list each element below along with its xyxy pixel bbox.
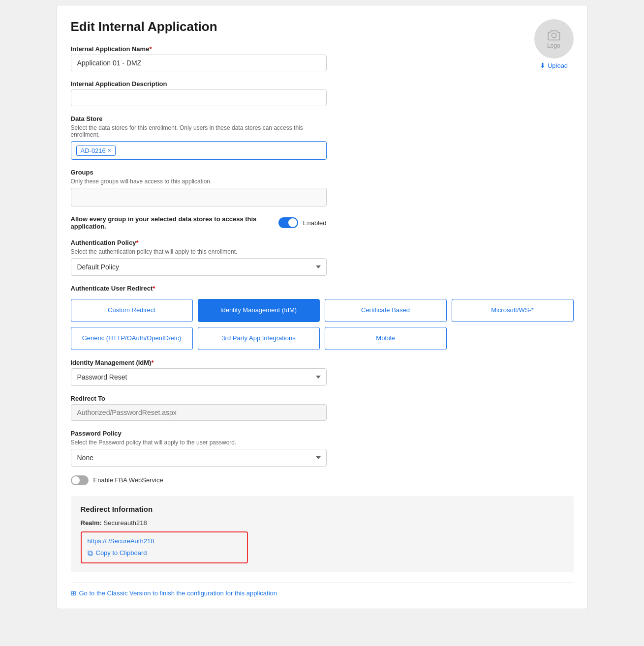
realm-row: Realm: Secureauth218 (81, 519, 564, 527)
redirect-btn-microsoft[interactable]: Microsoft/WS-* (452, 299, 574, 322)
redirect-to-section: Redirect To (71, 395, 327, 421)
upload-icon: ⬇ (540, 61, 546, 69)
auth-policy-wrapper: Default Policy (71, 258, 327, 276)
allow-group-toggle[interactable] (278, 217, 298, 228)
data-store-tag: AD-0216 × (76, 146, 116, 156)
groups-label: Groups (71, 169, 327, 176)
groups-hint: Only these groups will have access to th… (71, 178, 327, 185)
url-box: https:// /SecureAuth218 ⧉ Copy to Clipbo… (81, 531, 248, 563)
redirect-btn-mobile[interactable]: Mobile (325, 327, 447, 350)
password-policy-select[interactable]: None (71, 449, 327, 467)
redirect-info-section: Redirect Information Realm: Secureauth21… (71, 496, 574, 572)
idm-wrapper: Password Reset (71, 368, 327, 386)
allow-group-row: Allow every group in your selected data … (71, 215, 327, 230)
password-policy-hint: Select the Password policy that will app… (71, 439, 327, 446)
redirect-info-title: Redirect Information (81, 505, 564, 513)
allow-group-status: Enabled (303, 219, 327, 227)
redirect-btn-3rdparty[interactable]: 3rd Party App Integrations (198, 327, 320, 350)
groups-section: Groups Only these groups will have acces… (71, 169, 327, 206)
redirect-buttons-row1: Custom Redirect Identity Management (IdM… (71, 299, 574, 322)
app-name-label: Internal Application Name* (71, 45, 327, 53)
logo-placeholder: Logo (534, 19, 574, 59)
fba-toggle[interactable] (71, 475, 89, 485)
auth-policy-hint: Select the authentication policy that wi… (71, 248, 327, 255)
redirect-btn-certificate[interactable]: Certificate Based (325, 299, 447, 322)
idm-select[interactable]: Password Reset (71, 368, 327, 386)
upload-button[interactable]: ⬇ Upload (540, 61, 568, 69)
data-store-section: Data Store Select the data stores for th… (71, 115, 327, 160)
remove-tag-button[interactable]: × (108, 147, 111, 154)
app-desc-input[interactable] (71, 89, 327, 106)
svg-point-0 (552, 33, 556, 37)
classic-version-link[interactable]: ⊞ Go to the Classic Version to finish th… (71, 589, 574, 597)
page-title: Edit Internal Application (71, 19, 574, 34)
copy-clipboard-button[interactable]: ⧉ Copy to Clipboard (88, 549, 241, 558)
allow-group-label: Allow every group in your selected data … (71, 215, 274, 230)
redirect-btn-idm[interactable]: Identity Management (IdM) (198, 299, 320, 322)
redirect-btn-custom[interactable]: Custom Redirect (71, 299, 193, 322)
idm-label: Identity Management (IdM)* (71, 359, 327, 366)
app-desc-label: Internal Application Description (71, 80, 327, 88)
auth-redirect-label: Authenticate User Redirect* (71, 285, 574, 292)
auth-policy-section: Authentication Policy* Select the authen… (71, 239, 327, 276)
password-policy-section: Password Policy Select the Password poli… (71, 430, 327, 467)
divider (71, 582, 574, 583)
auth-redirect-section: Authenticate User Redirect* Custom Redir… (71, 285, 574, 350)
data-store-hint: Select the data stores for this enrollme… (71, 124, 327, 138)
copy-icon: ⧉ (88, 549, 93, 558)
redirect-buttons-row2: Generic (HTTP/OAuth/OpenID/etc) 3rd Part… (71, 327, 574, 350)
data-store-label: Data Store (71, 115, 327, 122)
app-name-section: Internal Application Name* (71, 45, 327, 71)
password-policy-wrapper: None (71, 449, 327, 467)
realm-label: Realm: (81, 519, 102, 527)
app-name-input[interactable] (71, 55, 327, 71)
idm-section: Identity Management (IdM)* Password Rese… (71, 359, 327, 386)
redirect-to-input[interactable] (71, 404, 327, 421)
url-text: https:// /SecureAuth218 (88, 537, 241, 545)
password-policy-label: Password Policy (71, 430, 327, 437)
auth-policy-select[interactable]: Default Policy (71, 258, 327, 276)
app-desc-section: Internal Application Description (71, 80, 327, 106)
fba-row: Enable FBA WebService (71, 475, 327, 485)
redirect-btn-empty (452, 327, 574, 350)
camera-icon (547, 29, 561, 42)
redirect-btn-generic[interactable]: Generic (HTTP/OAuth/OpenID/etc) (71, 327, 193, 350)
data-store-input[interactable]: AD-0216 × (71, 141, 327, 160)
logo-label: Logo (547, 42, 560, 49)
redirect-to-label: Redirect To (71, 395, 327, 402)
realm-value: Secureauth218 (103, 519, 147, 527)
classic-link-icon: ⊞ (71, 589, 76, 597)
logo-section: Logo ⬇ Upload (534, 19, 574, 69)
groups-input[interactable] (71, 188, 327, 206)
fba-label: Enable FBA WebService (93, 476, 163, 484)
edit-application-card: Logo ⬇ Upload Edit Internal Application … (57, 5, 588, 609)
auth-policy-label: Authentication Policy* (71, 239, 327, 246)
